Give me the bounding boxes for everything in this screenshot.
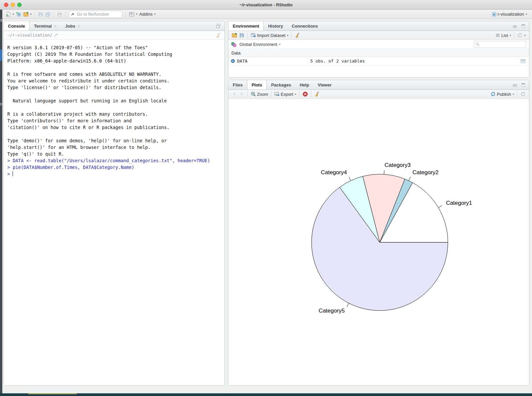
titlebar: ~/r-visualization - RStudio (0, 0, 532, 10)
list-view-caret-icon: ▾ (510, 34, 511, 37)
environment-pane: EnvironmentHistoryConnections Import Dat… (228, 21, 529, 77)
maximize-pane-button[interactable] (520, 81, 526, 89)
zoom-magnifier-icon (251, 91, 256, 97)
close-window-button[interactable] (4, 3, 8, 7)
environment-object-row[interactable]: DATA5 obs. of 2 variables (228, 57, 529, 66)
export-caret-icon: ▾ (295, 93, 296, 96)
addins-caret-icon: ▾ (154, 13, 156, 16)
environment-scope-label: Global Environment (239, 42, 277, 47)
tab-plots[interactable]: Plots (247, 80, 267, 89)
pie-chart: Category1Category2Category3Category4Cate… (228, 99, 529, 385)
console-prompt[interactable]: > (7, 171, 222, 177)
environment-view-mode-button[interactable]: List ▾ (494, 31, 512, 39)
console-tabbar: ConsoleTerminal×Jobs× (4, 21, 224, 31)
export-label: Export (281, 92, 293, 97)
pie-label-category3: Category3 (385, 162, 411, 168)
tab-files[interactable]: Files (228, 80, 247, 89)
addins-button[interactable]: Addins ▾ (138, 10, 157, 18)
pane-layout-button[interactable]: ▾ (128, 10, 138, 18)
traffic-lights (4, 0, 22, 10)
project-menu-button[interactable]: R r-visualization ▾ (490, 10, 528, 18)
open-file-button[interactable]: ▾ (22, 10, 33, 18)
toolbar-separator (35, 11, 35, 17)
save-button[interactable] (37, 10, 44, 18)
import-dataset-label: Import Dataset (257, 33, 285, 38)
tab-terminal[interactable]: Terminal× (30, 21, 61, 31)
tab-environment[interactable]: Environment (228, 21, 264, 31)
save-all-icon (45, 12, 51, 17)
load-workspace-button[interactable] (231, 31, 238, 39)
zoom-plot-button[interactable]: Zoom (250, 90, 269, 98)
tab-label: Connections (292, 24, 318, 29)
environment-search-input[interactable] (481, 42, 525, 47)
project-label: r-visualization (498, 12, 524, 17)
console-pane: ConsoleTerminal×Jobs× ~/r-visualization/… (3, 21, 225, 386)
tab-packages[interactable]: Packages (267, 80, 295, 89)
tab-viewer[interactable]: Viewer (314, 80, 336, 89)
restore-panes-icon (215, 23, 221, 29)
show-directory-icon[interactable] (54, 33, 59, 37)
pie-label-category4: Category4 (321, 169, 347, 176)
remove-plot-button[interactable] (302, 90, 309, 98)
save-workspace-button[interactable] (238, 31, 245, 39)
refresh-environment-button[interactable]: ▾ (516, 31, 527, 39)
refresh-plot-button[interactable] (519, 90, 527, 98)
tab-jobs[interactable]: Jobs× (61, 21, 84, 31)
import-dataset-button[interactable]: Import Dataset ▾ (250, 31, 289, 39)
tab-label: Files (233, 82, 243, 87)
refresh-caret-icon: ▾ (524, 34, 526, 37)
pie-label-category5: Category5 (319, 308, 344, 314)
new-project-button[interactable]: R (15, 10, 22, 18)
view-data-icon[interactable] (520, 59, 526, 64)
printer-icon (57, 12, 62, 17)
addins-label: Addins (139, 12, 153, 17)
zoom-label: Zoom (257, 92, 268, 97)
project-caret-icon: ▾ (526, 13, 527, 16)
tab-label: History (268, 24, 283, 29)
pie-label-tick (439, 205, 442, 207)
background-dock-strip (0, 393, 532, 396)
expand-object-icon[interactable] (231, 59, 235, 63)
close-tab-icon[interactable]: × (54, 24, 57, 29)
clear-console-icon[interactable] (215, 33, 221, 38)
forward-arrow-icon (239, 91, 244, 97)
maximize-pane-icon (521, 24, 525, 28)
tab-help[interactable]: Help (295, 80, 313, 89)
plot-canvas: Category1Category2Category3Category4Cate… (228, 99, 529, 385)
new-file-button[interactable]: ▾ (5, 10, 15, 18)
minimize-pane-button[interactable] (512, 81, 518, 89)
environment-search-box (474, 41, 526, 48)
minimize-pane-button[interactable] (512, 22, 518, 30)
environment-scope-button[interactable]: Global Environment ▾ (238, 41, 281, 49)
restore-panes-button[interactable] (214, 22, 222, 30)
minimize-pane-icon (513, 24, 517, 28)
maximize-pane-button[interactable] (520, 22, 526, 30)
fullscreen-window-button[interactable] (17, 3, 22, 7)
publish-plot-button[interactable]: Publish ▾ (489, 90, 515, 98)
maximize-pane-icon (521, 83, 525, 87)
goto-file-input[interactable] (75, 11, 121, 17)
export-plot-button[interactable]: Export ▾ (273, 90, 297, 98)
list-view-label: List (501, 33, 508, 38)
console-output[interactable]: R version 3.6.1 (2019-07-05) -- "Action … (4, 40, 224, 385)
next-plot-button[interactable] (238, 90, 245, 98)
background-strip-olive-mark (28, 393, 77, 394)
tab-connections[interactable]: Connections (287, 21, 322, 31)
publish-icon (490, 91, 496, 97)
minimize-window-button[interactable] (11, 3, 15, 7)
save-all-button[interactable] (44, 10, 52, 18)
clear-environment-button[interactable] (294, 31, 301, 39)
tab-console[interactable]: Console (4, 21, 30, 31)
svg-text:R: R (493, 13, 495, 16)
clear-all-plots-button[interactable] (313, 90, 321, 98)
tab-label: Terminal (34, 24, 52, 29)
project-icon: R (491, 12, 497, 17)
print-button[interactable] (56, 10, 63, 18)
pie-label-tick (384, 170, 384, 174)
search-icon (475, 42, 480, 47)
close-tab-icon[interactable]: × (77, 24, 80, 29)
tab-history[interactable]: History (264, 21, 287, 31)
background-sliver-mark (0, 103, 2, 105)
tab-label: Environment (233, 24, 259, 29)
previous-plot-button[interactable] (231, 90, 238, 98)
